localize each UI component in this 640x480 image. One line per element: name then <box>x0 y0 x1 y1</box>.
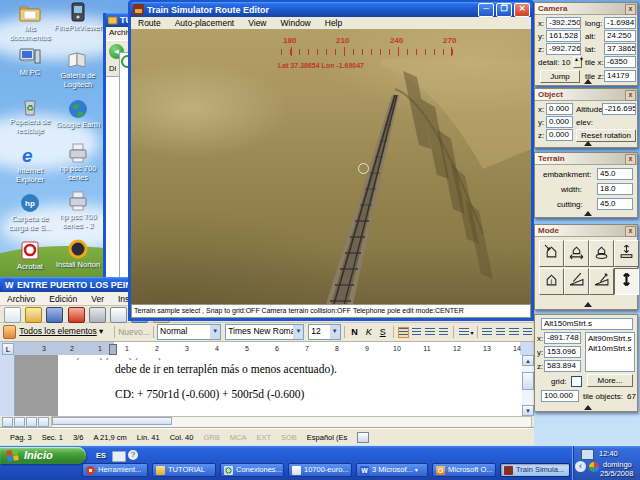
increase-indent-button[interactable] <box>523 328 532 337</box>
mode-terrain-height-button[interactable] <box>614 268 639 295</box>
normal-view-button[interactable] <box>2 417 13 427</box>
menu-edicion[interactable]: Edición <box>42 292 84 305</box>
current-object-field[interactable]: Alt150mStrt.s <box>541 318 633 330</box>
align-left-button[interactable] <box>399 328 408 337</box>
cutting-field[interactable]: 45.0 <box>597 198 633 210</box>
mode-terrain-paint-button[interactable] <box>564 268 589 295</box>
horizontal-scrollbar[interactable] <box>51 416 532 428</box>
bullet-list-button[interactable] <box>496 328 505 337</box>
italic-button[interactable]: K <box>362 325 376 339</box>
desktop-icon-hp-psc-2[interactable]: hp psc 700 series - 2 <box>52 190 104 230</box>
language-indicator[interactable]: ES <box>96 451 106 460</box>
print-preview-icon[interactable] <box>110 307 127 323</box>
list-item[interactable]: Alt10mStrt.s <box>586 344 634 353</box>
vertical-ruler[interactable] <box>0 355 15 416</box>
pdf-icon[interactable] <box>68 307 85 323</box>
close-icon[interactable]: x <box>625 226 636 237</box>
object-y-field[interactable]: 0.000 <box>546 116 573 128</box>
more-button[interactable]: More... <box>587 374 633 387</box>
task-train-simulator[interactable]: Train Simula... <box>500 463 570 477</box>
mode-object-info-button[interactable]: i <box>539 268 564 295</box>
close-icon[interactable]: x <box>625 90 636 101</box>
outline-view-button[interactable] <box>38 417 49 427</box>
jump-button[interactable]: Jump <box>540 70 580 83</box>
camera-tilez-field[interactable]: 14179 <box>604 70 636 82</box>
panel-collapse-arrow[interactable] <box>584 79 592 84</box>
menu-window[interactable]: Window <box>274 17 318 29</box>
placement-y-field[interactable]: 153.096 <box>544 346 581 358</box>
decrease-indent-button[interactable] <box>509 328 518 337</box>
print-icon[interactable] <box>89 307 106 323</box>
keyboard-icon[interactable] <box>112 451 126 462</box>
display-tray-icon[interactable] <box>581 449 594 460</box>
desktop-icon-internet-explorer[interactable]: e Internet Explorer <box>4 144 56 184</box>
style-combo[interactable]: Normal▼ <box>157 324 221 340</box>
desktop-icon-carpeta-carga[interactable]: hp Carpeta de carga de S... <box>4 192 56 232</box>
ts-3d-viewport[interactable]: 180 210 240 270 Lat 37.38654 Lon -1.6904… <box>131 29 531 304</box>
camera-y-field[interactable]: 161.528 <box>546 30 581 42</box>
grid-checkbox[interactable] <box>571 376 582 387</box>
object-z-field[interactable]: 0.000 <box>546 129 573 141</box>
camera-long-field[interactable]: -1.69847 <box>604 17 636 29</box>
object-listbox[interactable]: Alt90mStrt.s Alt10mStrt.s <box>585 332 635 372</box>
align-justify-button[interactable] <box>439 328 448 337</box>
close-icon[interactable]: x <box>625 154 636 165</box>
panel-collapse-arrow[interactable] <box>584 211 592 216</box>
scale-field[interactable]: 100.000 <box>541 390 579 402</box>
menu-route[interactable]: Route <box>131 17 168 29</box>
placement-x-field[interactable]: -891.748 <box>544 332 581 344</box>
task-outlook[interactable]: O Microsoft O... <box>432 463 496 477</box>
camera-tilex-field[interactable]: -6350 <box>604 56 636 68</box>
placement-z-field[interactable]: 583.894 <box>544 360 581 372</box>
menu-help[interactable]: Help <box>318 17 349 29</box>
mode-move-object-button[interactable] <box>564 240 589 267</box>
numbered-list-button[interactable] <box>482 328 491 337</box>
desktop-icon-mi-pc[interactable]: Mi PC <box>4 46 56 78</box>
tray-chevron-icon[interactable]: ‹ <box>575 461 586 472</box>
desktop-icon-google-earth[interactable]: Google Earth <box>52 98 104 130</box>
start-button[interactable]: Inicio <box>0 447 86 464</box>
close-icon[interactable]: x <box>625 4 636 15</box>
bold-button[interactable]: N <box>348 325 362 339</box>
camera-z-field[interactable]: -992.726 <box>546 43 581 55</box>
new-document-icon[interactable] <box>4 307 21 323</box>
desktop-icon-hp-psc[interactable]: hp psc 700 series <box>52 142 104 182</box>
maximize-button[interactable]: ❐ <box>496 3 512 17</box>
new-comment-button[interactable]: Nuevo... <box>118 327 150 337</box>
indent-marker[interactable] <box>109 344 117 355</box>
desktop-icon-papelera[interactable]: ♻ Papelera de reciclaje <box>4 95 56 135</box>
menu-ver[interactable]: Ver <box>84 292 111 305</box>
vertical-scrollbar[interactable]: ▲ ▼ <box>522 355 534 416</box>
altitude-field[interactable]: -216.695 <box>602 103 636 115</box>
save-icon[interactable] <box>46 307 63 323</box>
web-view-button[interactable] <box>14 417 25 427</box>
detail-spinner[interactable]: ▲▼ <box>573 56 582 68</box>
mode-terrain-smooth-button[interactable] <box>589 268 614 295</box>
task-herramientas[interactable]: Herramient... <box>82 463 148 477</box>
desktop-icon-acrobat[interactable]: Acrobat <box>4 240 56 272</box>
panel-collapse-arrow[interactable] <box>584 405 592 410</box>
align-center-button[interactable] <box>412 328 421 337</box>
camera-alt-field[interactable]: 24.250 <box>604 30 636 42</box>
menu-auto-placement[interactable]: Auto-placement <box>168 17 242 29</box>
camera-lat-field[interactable]: 37.3865 <box>604 43 636 55</box>
hscrollbar-thumb[interactable] <box>52 417 172 425</box>
print-view-button[interactable] <box>26 417 37 427</box>
reviewing-pane-icon[interactable] <box>3 325 16 339</box>
list-item[interactable]: Alt90mStrt.s <box>586 333 634 344</box>
scrollbar-thumb[interactable] <box>522 372 534 390</box>
desktop-icon-galeria-logitech[interactable]: Galería de Logitech <box>52 49 104 89</box>
desktop-icon-install-norton[interactable]: Install Norton <box>52 238 104 270</box>
open-icon[interactable] <box>25 307 42 323</box>
scroll-down-arrow[interactable]: ▼ <box>522 405 534 416</box>
camera-x-field[interactable]: -392.250 <box>546 17 581 29</box>
desktop-icon-finepixviewer[interactable]: FinePixViewer <box>52 1 104 33</box>
task-10700-euro[interactable]: 10700-euro... <box>288 463 352 477</box>
desktop-icon-mis-documentos[interactable]: Mis documentos <box>4 2 56 42</box>
help-icon[interactable]: ? <box>128 450 138 460</box>
scroll-up-arrow[interactable]: ▲ <box>522 355 534 366</box>
align-right-button[interactable] <box>425 328 434 337</box>
underline-button[interactable]: S <box>376 325 390 339</box>
font-combo[interactable]: Times New Roman▼ <box>225 324 304 340</box>
mode-rotate-object-button[interactable] <box>589 240 614 267</box>
